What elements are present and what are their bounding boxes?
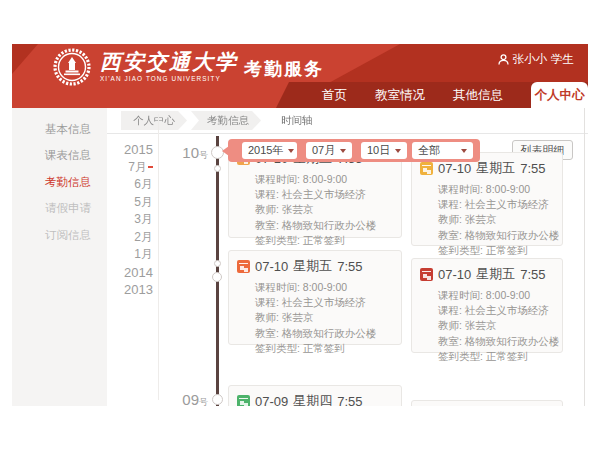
axis-month-may[interactable]: 5月 <box>107 194 153 212</box>
breadcrumb: 个人中心 考勤信息 时间轴 <box>107 108 588 134</box>
axis-month-february[interactable]: 2月 <box>107 229 153 247</box>
sidebar-item-leave-request[interactable]: 请假申请 <box>12 199 107 217</box>
dropdown-caret-icon <box>288 149 294 153</box>
day-label-10: 10号 <box>170 144 208 162</box>
axis-month-march[interactable]: 3月 <box>107 211 153 229</box>
timeline-dot-medium <box>212 272 222 282</box>
university-seal-logo-icon <box>52 47 92 87</box>
day-dropdown[interactable]: 10日 <box>361 142 407 159</box>
breadcrumb-attendance-info[interactable]: 考勤信息 <box>191 111 261 130</box>
card-time: 7:55 <box>337 394 362 407</box>
card-details: 课程时间: 8:00-9:00 课程: 社会主义市场经济 教师: 张芸京 教室:… <box>412 182 562 258</box>
calendar-status-icon <box>237 395 250 407</box>
attendance-card-partial[interactable] <box>411 400 563 406</box>
content-area: 基本信息 课表信息 考勤信息 请假申请 订阅信息 个人中心 考勤信息 时间轴 2… <box>12 108 588 406</box>
card-time: 7:55 <box>337 259 362 274</box>
breadcrumb-personal-center[interactable]: 个人中心 <box>121 111 187 130</box>
sidebar: 基本信息 课表信息 考勤信息 请假申请 订阅信息 <box>12 108 107 406</box>
timeline-dot-small-2 <box>214 260 221 267</box>
breadcrumb-timeline-active[interactable]: 时间轴 <box>265 111 325 130</box>
card-date: 07-10 <box>255 259 288 274</box>
right-edge-line <box>584 108 585 406</box>
attendance-card[interactable]: 07-10 星期五 7:55 课程时间: 8:00-9:00 课程: 社会主义市… <box>411 152 563 246</box>
attendance-card[interactable]: 07-10 星期五 7:55 课程时间: 8:00-9:00 课程: 社会主义市… <box>411 258 563 353</box>
dropdown-caret-icon <box>395 149 401 153</box>
card-weekday: 星期五 <box>293 257 332 275</box>
timeline-year-month-axis: 2015 7月 6月 5月 3月 2月 1月 2014 2013 <box>107 141 153 299</box>
sidebar-item-attendance-info-active[interactable]: 考勤信息 <box>12 173 107 191</box>
nav-item-home[interactable]: 首页 <box>322 87 347 104</box>
sidebar-item-subscription-info[interactable]: 订阅信息 <box>12 226 107 244</box>
card-time: 7:55 <box>520 161 545 176</box>
card-details: 课程时间: 8:00-9:00 课程: 社会主义市场经济 教师: 张芸京 教室:… <box>229 280 401 356</box>
app-title: 考勤服务 <box>244 57 324 81</box>
attendance-card[interactable]: 07-09 星期四 7:55 <box>228 385 402 406</box>
year-dropdown[interactable]: 2015年 <box>242 142 297 159</box>
timeline-dot-day09 <box>212 394 223 405</box>
nav-item-personal-center-active[interactable]: 个人中心 <box>531 82 588 108</box>
card-header: 07-10 星期五 7:55 <box>412 259 562 285</box>
card-date: 07-09 <box>255 394 288 407</box>
nav-item-other-info[interactable]: 其他信息 <box>453 87 503 104</box>
axis-divider-line <box>158 114 159 400</box>
card-time: 7:55 <box>520 267 545 282</box>
type-dropdown[interactable]: 全部 <box>412 142 473 159</box>
dropdown-caret-icon <box>340 149 346 153</box>
axis-year-2015[interactable]: 2015 <box>107 141 153 159</box>
main-nav: 首页 教室情况 其他信息 个人中心 <box>322 82 588 108</box>
calendar-status-icon <box>420 162 433 175</box>
card-weekday: 星期五 <box>476 159 515 177</box>
university-name-cn: 西安交通大学 <box>100 50 238 74</box>
sidebar-item-timetable-info[interactable]: 课表信息 <box>12 146 107 164</box>
card-header: 07-09 星期四 7:55 <box>229 386 401 406</box>
month-dropdown[interactable]: 07月 <box>306 142 352 159</box>
nav-item-classrooms[interactable]: 教室情况 <box>375 87 425 104</box>
timeline-vertical-line <box>216 136 219 406</box>
card-header: 07-10 星期五 7:55 <box>229 251 401 277</box>
attendance-service-page: 西安交通大学 XI'AN JIAO TONG UNIVERSITY 考勤服务 张… <box>0 0 600 450</box>
app-window: 西安交通大学 XI'AN JIAO TONG UNIVERSITY 考勤服务 张… <box>12 44 588 406</box>
axis-year-2013[interactable]: 2013 <box>107 281 153 299</box>
user-info[interactable]: 张小小 学生 <box>498 52 575 67</box>
calendar-status-icon <box>420 268 433 281</box>
card-date: 07-10 <box>438 161 471 176</box>
current-month-marker <box>148 166 153 168</box>
card-details: 课程时间: 8:00-9:00 课程: 社会主义市场经济 教师: 张芸京 教室:… <box>229 172 401 248</box>
day-label-09: 09号 <box>170 391 208 406</box>
date-filter-bar: 2015年 07月 10日 全部 <box>228 139 480 162</box>
user-icon <box>498 54 509 65</box>
timeline-dot-small-1 <box>214 165 221 172</box>
axis-month-june[interactable]: 6月 <box>107 176 153 194</box>
axis-month-july[interactable]: 7月 <box>107 159 153 177</box>
user-name: 张小小 <box>513 52 548 67</box>
dropdown-caret-icon <box>461 149 467 153</box>
card-weekday: 星期四 <box>293 392 332 406</box>
card-date: 07-10 <box>438 267 471 282</box>
card-details: 课程时间: 8:00-9:00 课程: 社会主义市场经济 教师: 张芸京 教室:… <box>412 288 562 364</box>
user-role: 学生 <box>551 52 574 67</box>
card-weekday: 星期五 <box>476 265 515 283</box>
axis-month-january[interactable]: 1月 <box>107 246 153 264</box>
attendance-card[interactable]: 07-10 星期五 7:55 课程时间: 8:00-9:00 课程: 社会主义市… <box>228 250 402 345</box>
sidebar-item-basic-info[interactable]: 基本信息 <box>12 120 107 138</box>
calendar-status-icon <box>237 260 250 273</box>
axis-year-2014[interactable]: 2014 <box>107 264 153 282</box>
app-header: 西安交通大学 XI'AN JIAO TONG UNIVERSITY 考勤服务 张… <box>12 44 588 108</box>
university-name-block: 西安交通大学 XI'AN JIAO TONG UNIVERSITY <box>100 50 238 82</box>
university-name-en: XI'AN JIAO TONG UNIVERSITY <box>100 75 238 82</box>
